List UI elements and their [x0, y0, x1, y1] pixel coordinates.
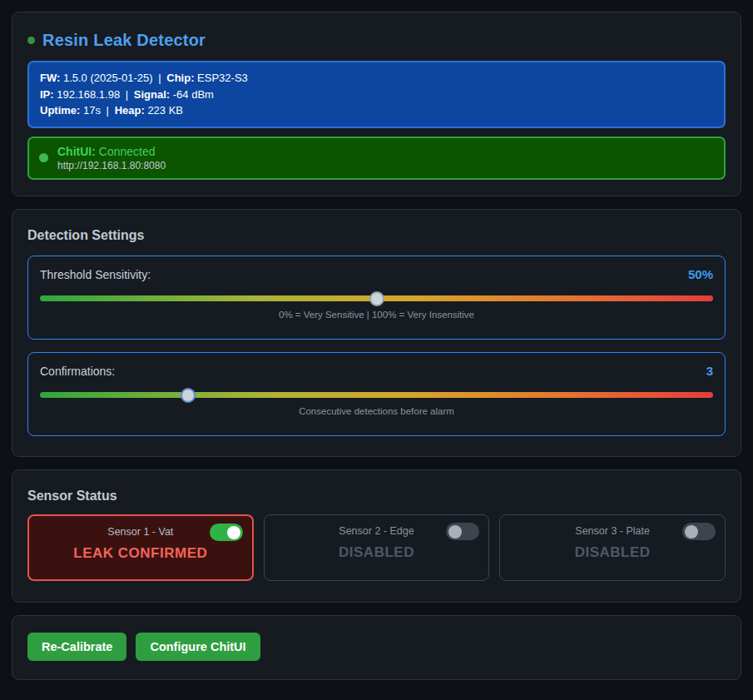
- separator: |: [126, 88, 128, 101]
- signal-label: Signal:: [134, 88, 170, 101]
- configure-chitui-button[interactable]: Configure ChitUI: [136, 633, 260, 661]
- chitui-connected-dot-icon: [39, 153, 48, 162]
- confirmations-value: 3: [706, 364, 713, 378]
- confirmations-slider-thumb[interactable]: [181, 388, 196, 403]
- sensor-card-1-vat: Sensor 1 - Vat LEAK CONFIRMED: [27, 514, 254, 581]
- detection-settings-heading: Detection Settings: [27, 228, 726, 243]
- sensor-2-enable-toggle[interactable]: [446, 523, 479, 540]
- chip-label: Chip:: [166, 72, 194, 84]
- toggle-knob: [685, 525, 698, 539]
- threshold-slider[interactable]: [40, 295, 713, 301]
- heap-label: Heap:: [115, 104, 145, 117]
- threshold-setting-card: Threshold Sensitivity: 50% 0% = Very Sen…: [27, 256, 726, 340]
- threshold-setting-header: Threshold Sensitivity: 50%: [40, 267, 713, 281]
- separator: |: [158, 72, 161, 84]
- fw-value: 1.5.0 (2025-01-25): [63, 72, 153, 84]
- device-info-line-2: IP: 192.168.1.98 | Signal: -64 dBm: [40, 87, 713, 103]
- device-info-line-3: Uptime: 17s | Heap: 223 KB: [40, 102, 713, 119]
- separator: |: [107, 104, 109, 117]
- device-info-box: FW: 1.5.0 (2025-01-25) | Chip: ESP32-S3 …: [27, 61, 726, 128]
- confirmations-label: Confirmations:: [40, 365, 115, 378]
- sensor-2-status: DISABLED: [265, 544, 489, 561]
- chitui-status-box: ChitUI: Connected http://192.168.1.80:80…: [27, 137, 726, 180]
- signal-value: -64 dBm: [173, 88, 214, 101]
- actions-row: Re-Calibrate Configure ChitUI: [27, 633, 726, 661]
- threshold-slider-thumb[interactable]: [369, 291, 384, 306]
- sensor-card-3-plate: Sensor 3 - Plate DISABLED: [499, 514, 726, 581]
- sensor-card-2-edge: Sensor 2 - Edge DISABLED: [264, 514, 490, 581]
- confirmations-setting-header: Confirmations: 3: [40, 364, 713, 378]
- sensor-status-panel: Sensor Status Sensor 1 - Vat LEAK CONFIR…: [12, 469, 741, 603]
- threshold-caption: 0% = Very Sensitive | 100% = Very Insens…: [40, 310, 713, 320]
- uptime-value: 17s: [83, 104, 101, 117]
- chitui-url: http://192.168.1.80:8080: [57, 160, 166, 171]
- confirmations-slider[interactable]: [40, 392, 713, 398]
- detection-settings-panel: Detection Settings Threshold Sensitivity…: [12, 209, 741, 457]
- uptime-label: Uptime:: [40, 104, 80, 117]
- page-title-row: Resin Leak Detector: [27, 31, 726, 50]
- ip-value: 192.168.1.98: [57, 88, 120, 101]
- sensor-3-status: DISABLED: [500, 544, 725, 561]
- sensor-status-heading: Sensor Status: [27, 489, 726, 504]
- toggle-knob: [448, 525, 462, 539]
- chitui-label: ChitUI:: [57, 145, 96, 158]
- chitui-status-text: ChitUI: Connected http://192.168.1.80:80…: [57, 145, 166, 171]
- confirmations-setting-card: Confirmations: 3 Consecutive detections …: [27, 352, 726, 436]
- confirmations-caption: Consecutive detections before alarm: [40, 406, 713, 416]
- page-title: Resin Leak Detector: [42, 31, 206, 50]
- fw-label: FW:: [40, 72, 60, 84]
- chip-value: ESP32-S3: [197, 72, 248, 84]
- threshold-label: Threshold Sensitivity:: [40, 268, 151, 281]
- heap-value: 223 KB: [147, 104, 183, 117]
- sensor-1-enable-toggle[interactable]: [210, 524, 243, 541]
- device-online-dot-icon: [27, 37, 35, 44]
- ip-label: IP:: [40, 88, 54, 101]
- device-panel: Resin Leak Detector FW: 1.5.0 (2025-01-2…: [12, 12, 741, 196]
- chitui-status-value: Connected: [99, 145, 156, 158]
- actions-panel: Re-Calibrate Configure ChitUI: [12, 615, 741, 680]
- sensor-grid: Sensor 1 - Vat LEAK CONFIRMED Sensor 2 -…: [27, 514, 726, 581]
- recalibrate-button[interactable]: Re-Calibrate: [27, 633, 126, 661]
- device-info-line-1: FW: 1.5.0 (2025-01-25) | Chip: ESP32-S3: [40, 70, 713, 87]
- threshold-value: 50%: [688, 267, 713, 281]
- sensor-1-status: LEAK CONFIRMED: [29, 545, 252, 562]
- chitui-status-line: ChitUI: Connected: [57, 145, 166, 158]
- toggle-knob: [227, 526, 240, 539]
- sensor-3-enable-toggle[interactable]: [682, 523, 716, 540]
